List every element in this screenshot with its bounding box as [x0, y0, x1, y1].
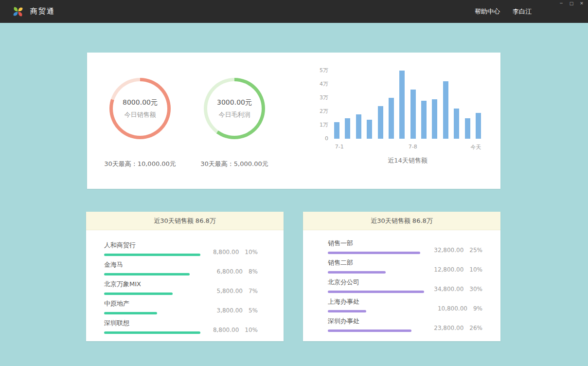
- item-progress-bar: [328, 252, 424, 254]
- item-progress-bar: [104, 273, 200, 275]
- x-axis-label: 7-8: [409, 144, 417, 150]
- bar: [334, 122, 339, 139]
- app-title: 商贸通: [30, 7, 55, 16]
- close-button[interactable]: ✕: [579, 0, 585, 6]
- maximize-button[interactable]: □: [569, 0, 574, 6]
- today-sales-widget: 8000.00元 今日销售额 30天最高：10,000.00元: [87, 53, 193, 189]
- minimize-button[interactable]: ─: [558, 0, 564, 6]
- list-item: 深圳办事处 23,800.00 26%: [328, 317, 482, 336]
- donut-label: 今日销售额: [125, 110, 156, 119]
- app-window: ─ □ ✕ 商贸通 帮助中心 李白江 8000.00元: [0, 0, 588, 366]
- bar-series: [334, 71, 481, 139]
- donut-chart: 3000.00元 今日毛利润: [204, 78, 265, 139]
- panel-title: 近30天销售额 86.8万: [303, 212, 500, 230]
- item-percent: 30%: [469, 286, 482, 293]
- bar: [443, 81, 448, 139]
- item-percent: 8%: [249, 268, 258, 275]
- item-percent: 25%: [469, 247, 482, 254]
- list-item: 北京万象MIX 5,800.00 7%: [104, 280, 258, 299]
- y-axis-label: 0: [325, 135, 328, 142]
- bar: [345, 118, 350, 139]
- plot-area: 7-17-8今天: [334, 71, 481, 139]
- item-amount: 23,800.00: [434, 325, 463, 331]
- customers-sales-panel: 近30天销售额 86.8万 人和商贸行 8,800.00 10% 金海马 6,8…: [86, 212, 284, 341]
- item-amount: 6,800.00: [217, 268, 243, 275]
- item-progress-bar: [328, 310, 424, 312]
- y-axis-label: 2万: [320, 108, 328, 115]
- item-percent: 9%: [473, 305, 482, 312]
- panel-list: 销售一部 32,800.00 25% 销售二部 12,800.00 10% 北京…: [303, 230, 500, 336]
- bar: [421, 101, 427, 139]
- window-controls: ─ □ ✕: [558, 0, 585, 6]
- item-progress-bar: [328, 291, 424, 293]
- bar: [367, 120, 372, 139]
- x-axis-label: 7-1: [335, 144, 344, 150]
- y-axis-label: 1万: [320, 122, 328, 128]
- titlebar: ─ □ ✕ 商贸通 帮助中心 李白江: [0, 0, 588, 23]
- item-percent: 26%: [469, 325, 482, 331]
- donut-label: 今日毛利润: [219, 110, 250, 119]
- bar: [476, 113, 481, 139]
- app-logo-icon: [13, 6, 23, 17]
- bar: [465, 118, 470, 139]
- donut-footer: 30天最高：10,000.00元: [104, 160, 176, 168]
- summary-card: 8000.00元 今日销售额 30天最高：10,000.00元 3000.00元…: [87, 53, 500, 189]
- donut-chart: 8000.00元 今日销售额: [109, 78, 171, 139]
- item-percent: 10%: [245, 327, 258, 333]
- item-amount: 8,800.00: [213, 249, 239, 256]
- item-amount: 8,800.00: [213, 327, 239, 333]
- donut-value: 3000.00元: [217, 98, 252, 107]
- user-menu[interactable]: 李白江: [513, 7, 532, 16]
- item-amount: 12,800.00: [434, 266, 463, 273]
- list-item: 北京分公司 34,800.00 30%: [328, 278, 482, 297]
- item-amount: 32,800.00: [434, 247, 463, 254]
- panel-title: 近30天销售额 86.8万: [86, 212, 284, 230]
- sales-bar-chart: 5万 4万 3万 2万 1万 0 7-17-8今天 近14天销售额: [306, 53, 500, 189]
- item-progress-bar: [104, 312, 200, 314]
- item-progress-bar: [104, 293, 200, 295]
- item-percent: 7%: [249, 288, 258, 294]
- donut-footer: 30天最高：5,000.00元: [200, 160, 268, 168]
- y-axis: 5万 4万 3万 2万 1万 0: [314, 71, 328, 139]
- item-amount: 34,800.00: [434, 286, 463, 293]
- list-item: 销售一部 32,800.00 25%: [328, 239, 482, 258]
- item-amount: 5,800.00: [217, 288, 243, 294]
- bar: [389, 98, 394, 139]
- list-item: 人和商贸行 8,800.00 10%: [104, 241, 258, 260]
- item-percent: 10%: [245, 249, 258, 256]
- y-axis-label: 4万: [320, 81, 328, 88]
- list-item: 金海马 6,800.00 8%: [104, 260, 258, 280]
- x-axis: 7-17-8今天: [334, 144, 481, 151]
- help-center-link[interactable]: 帮助中心: [475, 7, 500, 16]
- list-item: 深圳联想 8,800.00 10%: [104, 319, 258, 338]
- y-axis-label: 5万: [320, 67, 328, 74]
- bar: [410, 90, 416, 139]
- x-axis-label: 今天: [470, 144, 481, 151]
- item-percent: 5%: [249, 307, 258, 314]
- item-progress-bar: [104, 331, 200, 334]
- panel-list: 人和商贸行 8,800.00 10% 金海马 6,800.00 8% 北京万象M…: [86, 230, 284, 338]
- bar: [378, 106, 383, 139]
- item-progress-bar: [328, 329, 424, 332]
- item-amount: 10,800.00: [438, 305, 467, 312]
- item-amount: 3,800.00: [217, 307, 243, 314]
- chart-caption: 近14天销售额: [314, 156, 481, 165]
- y-axis-label: 3万: [320, 94, 328, 101]
- item-progress-bar: [104, 254, 200, 256]
- departments-sales-panel: 近30天销售额 86.8万 销售一部 32,800.00 25% 销售二部 12…: [303, 212, 500, 341]
- bar: [454, 109, 459, 139]
- bar: [399, 71, 405, 139]
- list-item: 上海办事处 10,800.00 9%: [328, 297, 482, 317]
- bar: [432, 99, 437, 139]
- list-item: 中原地产 3,800.00 5%: [104, 299, 258, 319]
- list-item: 销售二部 12,800.00 10%: [328, 258, 482, 278]
- today-profit-widget: 3000.00元 今日毛利润 30天最高：5,000.00元: [193, 53, 276, 189]
- bar: [356, 114, 361, 139]
- item-progress-bar: [328, 271, 424, 274]
- item-percent: 10%: [469, 266, 482, 273]
- donut-value: 8000.00元: [123, 98, 158, 107]
